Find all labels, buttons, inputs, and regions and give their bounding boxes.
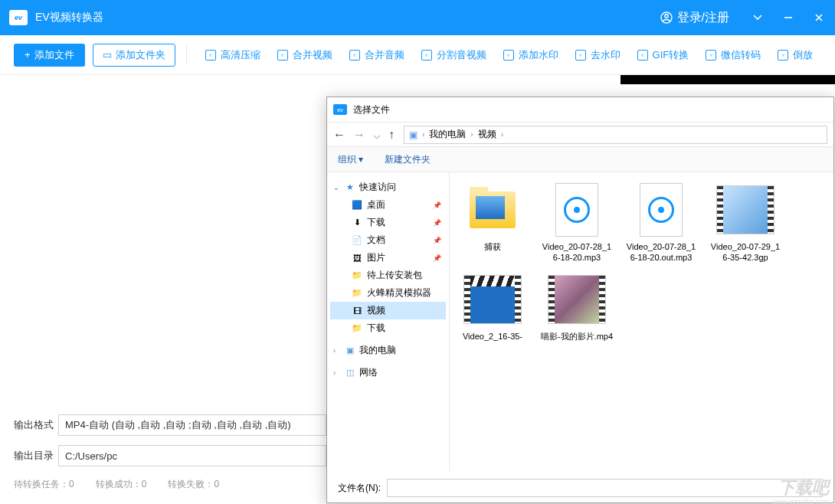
tree-item-label: 下载: [367, 322, 385, 335]
chevron-right-icon: ›: [470, 130, 473, 139]
tree-network-label: 网络: [359, 366, 378, 379]
tool-item-0[interactable]: ▫高清压缩: [198, 44, 268, 67]
tree-network[interactable]: › ◫ 网络: [330, 364, 446, 381]
file-item[interactable]: Video_20-07-29_16-35-42.3gp: [709, 182, 782, 263]
status-failed: 转换失败：0: [168, 478, 219, 491]
tool-item-5[interactable]: ▫去水印: [568, 44, 628, 67]
output-format-label: 输出格式: [14, 418, 58, 432]
title-bar: ev EV视频转换器 登录/注册: [0, 0, 835, 35]
output-dir-label: 输出目录: [14, 449, 58, 463]
folder-icon: 🖼: [352, 254, 362, 263]
tree-item[interactable]: 📁待上传安装包: [330, 267, 446, 284]
file-item[interactable]: 捕获: [456, 182, 529, 263]
nav-arrows: ← → ⌵ ↑: [333, 127, 395, 142]
tree-item-label: 文档: [367, 234, 385, 247]
back-button[interactable]: ←: [333, 128, 345, 142]
output-format-input[interactable]: [58, 414, 326, 436]
audio-icon: [640, 183, 683, 237]
dropdown-button[interactable]: [751, 11, 765, 25]
tool-icon: ▫: [575, 50, 586, 61]
status-success: 转换成功：0: [96, 478, 147, 491]
recent-button[interactable]: ⌵: [373, 127, 381, 142]
folder-icon: 📄: [352, 236, 362, 245]
tree-pc-label: 我的电脑: [359, 344, 396, 357]
filename-label: 文件名(N):: [338, 482, 381, 495]
tree-item[interactable]: ⬇下载📌: [330, 214, 446, 231]
breadcrumb[interactable]: ▣ › 我的电脑 › 视频 ›: [404, 126, 827, 144]
folder-icon: 📁: [352, 324, 362, 333]
tool-label: 添加水印: [519, 48, 558, 62]
dialog-footer: 文件名(N):: [327, 471, 833, 504]
tool-item-8[interactable]: ▫倒放: [770, 44, 820, 67]
add-file-label: 添加文件: [34, 48, 74, 62]
tool-label: 合并音频: [365, 48, 404, 62]
folder-icon: [470, 191, 516, 228]
network-icon: ◫: [345, 368, 355, 378]
dialog-logo: ev: [333, 104, 347, 115]
add-folder-label: 添加文件夹: [116, 48, 165, 62]
divider: [186, 45, 187, 65]
expand-icon: ⌄: [333, 184, 341, 191]
chevron-right-icon: ›: [422, 130, 424, 139]
forward-button[interactable]: →: [353, 128, 365, 142]
login-button[interactable]: 登录/注册: [654, 7, 735, 29]
tree-my-pc[interactable]: › ▣ 我的电脑: [330, 342, 446, 359]
filename-input[interactable]: [387, 479, 823, 497]
file-label: 喵影-我的影片.mp4: [540, 331, 614, 342]
tool-item-7[interactable]: ▫微信转码: [698, 44, 768, 67]
add-file-button[interactable]: + 添加文件: [14, 44, 85, 67]
output-dir-input[interactable]: [58, 445, 326, 466]
tool-item-2[interactable]: ▫合并音频: [342, 44, 412, 67]
tool-items: ▫高清压缩▫合并视频▫合并音频▫分割音视频▫添加水印▫去水印▫GIF转换▫微信转…: [198, 44, 821, 67]
expand-icon: ›: [333, 347, 341, 355]
video-icon: [463, 275, 522, 324]
tool-item-3[interactable]: ▫分割音视频: [414, 44, 494, 67]
video-icon: [548, 275, 606, 324]
tree-item[interactable]: 🟦桌面📌: [330, 196, 446, 214]
status-pending: 待转换任务：0: [14, 478, 74, 491]
tree-item-label: 视频: [367, 304, 385, 317]
tree-quick-label: 快速访问: [359, 181, 396, 194]
close-button[interactable]: [812, 11, 826, 25]
tree-item[interactable]: 📁下载: [330, 319, 446, 337]
tree-item[interactable]: 🎞视频: [330, 302, 446, 319]
file-item[interactable]: Video_20-07-28_16-18-20.mp3: [540, 182, 614, 263]
file-item[interactable]: 喵影-我的影片.mp4: [540, 271, 614, 342]
login-label: 登录/注册: [677, 10, 729, 26]
window-controls: [751, 11, 826, 25]
tool-item-6[interactable]: ▫GIF转换: [630, 44, 697, 67]
tool-label: 微信转码: [721, 48, 761, 62]
organize-button[interactable]: 组织 ▾: [338, 153, 363, 166]
pin-icon: 📌: [433, 219, 441, 227]
add-folder-button[interactable]: ▭ 添加文件夹: [93, 44, 175, 67]
chevron-right-icon: ›: [501, 130, 503, 139]
up-button[interactable]: ↑: [388, 128, 395, 142]
file-item[interactable]: Video_20-07-28_16-18-20.out.mp3: [624, 182, 698, 263]
tree-item-label: 下载: [367, 216, 385, 229]
tree-quick-access[interactable]: ⌄ ★ 快速访问: [330, 178, 446, 196]
main-toolbar: + 添加文件 ▭ 添加文件夹 ▫高清压缩▫合并视频▫合并音频▫分割音视频▫添加水…: [0, 35, 835, 75]
file-item[interactable]: Video_2_16-35-: [456, 271, 529, 342]
crumb-video[interactable]: 视频: [478, 128, 496, 141]
minimize-button[interactable]: [781, 11, 795, 25]
tool-item-1[interactable]: ▫合并视频: [270, 44, 340, 67]
tree-item[interactable]: 📄文档📌: [330, 231, 446, 249]
tree-item-label: 图片: [367, 251, 385, 264]
file-dialog: ev 选择文件 ← → ⌵ ↑ ▣ › 我的电脑 › 视频 › 组织 ▾ 新建文…: [326, 97, 834, 503]
file-label: Video_20-07-29_16-35-42.3gp: [709, 241, 782, 263]
tool-icon: ▫: [205, 50, 216, 61]
tree-item-label: 火蜂精灵模拟器: [367, 286, 431, 299]
tool-item-4[interactable]: ▫添加水印: [496, 44, 566, 67]
pc-icon: ▣: [345, 346, 355, 355]
tree-item[interactable]: 📁火蜂精灵模拟器: [330, 284, 446, 302]
tool-icon: ▫: [277, 50, 288, 61]
file-label: 捕获: [456, 241, 529, 252]
crumb-pc[interactable]: 我的电脑: [429, 128, 466, 141]
tree-item[interactable]: 🖼图片📌: [330, 249, 446, 267]
new-folder-button[interactable]: 新建文件夹: [385, 153, 431, 166]
file-label: Video_2_16-35-: [456, 331, 529, 342]
tree-item-label: 待上传安装包: [367, 269, 422, 282]
file-label: Video_20-07-28_16-18-20.out.mp3: [624, 241, 698, 263]
tool-label: 分割音视频: [437, 48, 486, 62]
dialog-toolbar: 组织 ▾ 新建文件夹: [327, 146, 833, 172]
